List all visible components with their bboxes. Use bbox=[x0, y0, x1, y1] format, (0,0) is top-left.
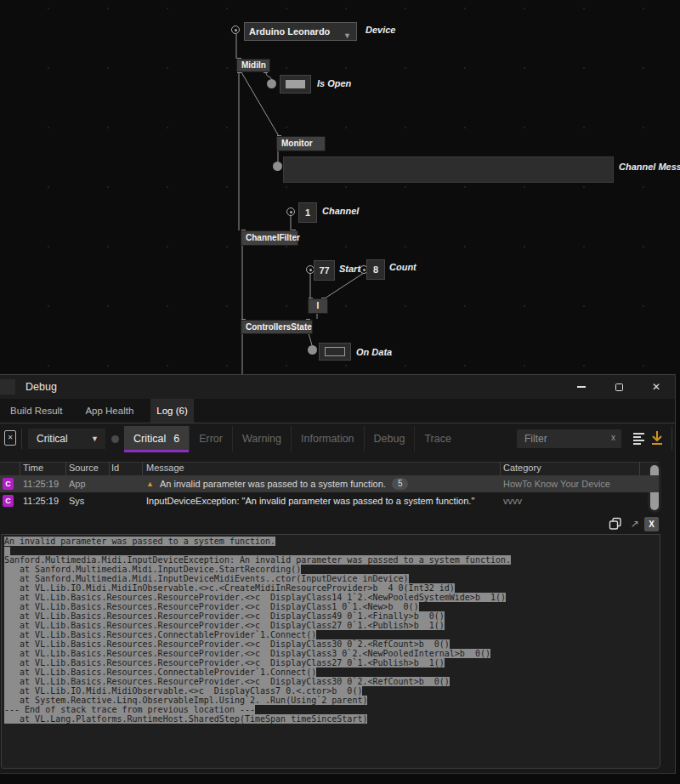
close-icon: ✕ bbox=[652, 382, 660, 392]
cell-message: InputDeviceException: "An invalid parame… bbox=[146, 492, 474, 509]
chevron-down-icon: ▼ bbox=[343, 27, 351, 44]
channel-iobox[interactable]: 1 bbox=[298, 202, 317, 223]
trace-line: at Sanford.Multimedia.Midi.InputDevice.S… bbox=[4, 565, 660, 574]
trace-line: at VL.Lib.Basics.Resources.ResourceProvi… bbox=[4, 602, 660, 611]
column-divider bbox=[142, 462, 143, 475]
cell-category: vvvv bbox=[503, 492, 522, 509]
channel-pin[interactable] bbox=[286, 207, 295, 216]
stack-trace-panel[interactable]: An invalid parameter was passed to a sys… bbox=[1, 534, 660, 769]
minimize-button[interactable] bbox=[563, 375, 600, 399]
channel-message-label: Channel Message bbox=[619, 162, 680, 172]
on-data-iobox[interactable] bbox=[319, 343, 351, 361]
device-dropdown-value: Arduino Leonardo bbox=[249, 26, 330, 37]
chip-error[interactable]: Error bbox=[189, 426, 232, 452]
node-monitor[interactable]: Monitor bbox=[276, 136, 326, 151]
device-dropdown[interactable]: Arduino Leonardo ▼ bbox=[244, 22, 357, 41]
channel-message-pin[interactable] bbox=[273, 162, 282, 171]
chip-trace[interactable]: Trace bbox=[414, 426, 461, 452]
column-header-category[interactable]: Category bbox=[503, 463, 541, 473]
chip-information[interactable]: Information bbox=[291, 426, 364, 452]
trace-line: at VL.Lib.Basics.Resources.ConnectablePr… bbox=[4, 630, 660, 639]
tab-app-health[interactable]: App Health bbox=[79, 399, 139, 423]
detail-close-button[interactable]: X bbox=[644, 517, 659, 531]
count-value: 8 bbox=[373, 264, 378, 275]
word-wrap-icon[interactable] bbox=[633, 432, 645, 446]
start-iobox[interactable]: 77 bbox=[314, 260, 335, 281]
close-button[interactable]: ✕ bbox=[638, 375, 675, 399]
log-row[interactable]: C11:25:19SysInputDeviceException: "An in… bbox=[0, 492, 659, 509]
open-external-icon[interactable]: ↗ bbox=[631, 518, 639, 530]
clear-log-icon[interactable]: ✕ bbox=[4, 430, 16, 446]
patch-canvas[interactable]: Arduino Leonardo ▼ Device MidiIn Is Open… bbox=[0, 0, 680, 374]
trace-line: at VL.Lib.Basics.Resources.ResourceProvi… bbox=[4, 639, 660, 649]
is-open-toggle[interactable] bbox=[280, 75, 311, 94]
log-toolbar: ✕ Critical ▼ Critical6ErrorWarningInform… bbox=[0, 426, 675, 453]
cell-message: ▲An invalid parameter was passed to a sy… bbox=[146, 475, 408, 492]
column-header-source[interactable]: Source bbox=[69, 463, 99, 473]
window-icon bbox=[0, 379, 15, 395]
on-data-label: On Data bbox=[356, 347, 392, 357]
count-iobox[interactable]: 8 bbox=[366, 259, 385, 280]
trace-line: at VL.Lib.Basics.Resources.ResourceProvi… bbox=[4, 658, 660, 668]
column-divider bbox=[109, 462, 110, 475]
chip-debug[interactable]: Debug bbox=[364, 426, 415, 452]
column-header-message[interactable]: Message bbox=[146, 463, 184, 473]
chip-label: Trace bbox=[424, 433, 451, 445]
cell-time: 11:25:19 bbox=[23, 475, 59, 492]
chip-label: Error bbox=[199, 433, 223, 445]
toolbar-divider bbox=[21, 429, 22, 449]
node-channelfilter-label: ChannelFilter bbox=[246, 233, 300, 242]
scroll-to-bottom-icon[interactable] bbox=[651, 431, 663, 446]
node-channelfilter[interactable]: ChannelFilter bbox=[241, 230, 298, 246]
copy-icon[interactable] bbox=[609, 517, 622, 531]
vvvv-gamma-screen: Arduino Leonardo ▼ Device MidiIn Is Open… bbox=[0, 0, 680, 784]
tab-log-6-[interactable]: Log (6) bbox=[150, 399, 193, 423]
is-open-pin[interactable] bbox=[267, 79, 276, 88]
node-controllersstate[interactable]: ControllersState bbox=[241, 320, 313, 334]
trace-line: at VL.Lib.IO.Midi.MidiObservable.<>c__Di… bbox=[4, 686, 660, 696]
cell-category: HowTo Know Your Device bbox=[503, 475, 610, 492]
cell-time: 11:25:19 bbox=[23, 492, 59, 509]
node-i[interactable]: I bbox=[308, 298, 328, 314]
status-dot bbox=[111, 435, 119, 443]
toolbar-divider bbox=[672, 427, 672, 451]
channel-message-iobox[interactable] bbox=[283, 156, 614, 183]
chevron-down-icon: ▼ bbox=[91, 429, 99, 449]
severity-badge: C bbox=[3, 478, 14, 490]
column-header-id[interactable]: Id bbox=[111, 463, 119, 473]
column-divider bbox=[20, 462, 20, 475]
trace-line: at VL.Lib.Basics.Resources.ResourceProvi… bbox=[4, 677, 660, 686]
trace-line: at VL.Lib.Basics.Resources.ResourceProvi… bbox=[4, 649, 660, 658]
message-text: An invalid parameter was passed to a sys… bbox=[160, 479, 386, 489]
message-text: InputDeviceException: "An invalid parame… bbox=[146, 496, 474, 506]
on-data-pin[interactable] bbox=[308, 345, 317, 355]
start-value: 77 bbox=[319, 265, 329, 276]
channel-label: Channel bbox=[322, 206, 359, 216]
tab-build-result[interactable]: Build Result bbox=[4, 399, 68, 423]
maximize-icon bbox=[615, 383, 623, 391]
level-select[interactable]: Critical ▼ bbox=[28, 429, 105, 449]
device-pin-label: Device bbox=[366, 25, 395, 35]
chip-critical[interactable]: Critical6 bbox=[124, 426, 189, 452]
chip-label: Critical bbox=[133, 433, 166, 445]
column-divider bbox=[65, 462, 66, 475]
device-input-pin[interactable] bbox=[231, 26, 240, 34]
column-header-time[interactable]: Time bbox=[23, 463, 43, 473]
trace-line: at System.Reactive.Linq.ObservableImpl.U… bbox=[4, 696, 660, 705]
node-i-label: I bbox=[317, 301, 320, 310]
window-title: Debug bbox=[26, 381, 57, 393]
log-row[interactable]: C11:25:19App▲An invalid parameter was pa… bbox=[0, 475, 659, 492]
maximize-button[interactable] bbox=[600, 375, 638, 399]
chip-warning[interactable]: Warning bbox=[232, 426, 291, 452]
trace-line: at VL.Lib.Basics.Resources.ResourceProvi… bbox=[4, 593, 660, 602]
debug-titlebar[interactable]: Debug ✕ bbox=[0, 375, 675, 399]
node-midiin[interactable]: MidiIn bbox=[236, 59, 270, 72]
trace-line: at VL.Lib.Basics.Resources.ResourceProvi… bbox=[4, 611, 660, 621]
cell-source: Sys bbox=[69, 492, 84, 509]
trace-line: at VL.Lib.Basics.Resources.ConnectablePr… bbox=[4, 668, 660, 677]
warning-icon: ▲ bbox=[146, 480, 154, 488]
filter-clear-icon[interactable]: x bbox=[611, 433, 615, 442]
filter-input[interactable] bbox=[517, 429, 621, 448]
repeat-count-badge: 5 bbox=[392, 478, 409, 490]
start-label: Start bbox=[339, 264, 360, 274]
